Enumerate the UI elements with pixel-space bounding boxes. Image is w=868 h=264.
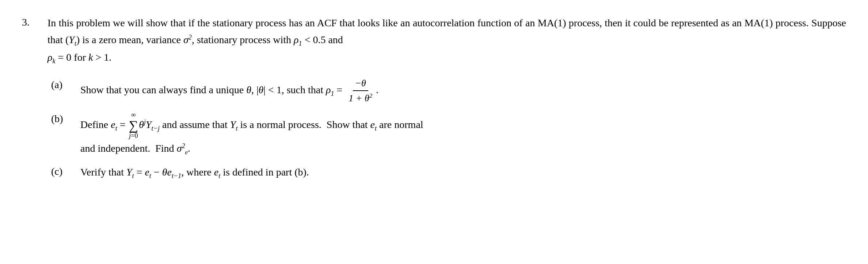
fraction-rho1: −θ 1 + θ2: [346, 77, 374, 104]
problem-container: 3. In this problem we will show that if …: [22, 15, 846, 181]
part-a-content: Show that you can always find a unique θ…: [80, 77, 846, 104]
sum-notation: ∞ ∑ j=0: [129, 111, 138, 140]
part-b-content: Define et = ∞ ∑ j=0 θjYt−j and assume th…: [80, 111, 846, 157]
part-b-label: (b): [51, 111, 80, 127]
problem-header: 3. In this problem we will show that if …: [22, 15, 846, 66]
part-c-label: (c): [51, 164, 80, 179]
problem-number: 3.: [22, 15, 47, 30]
problem-text: In this problem we will show that if the…: [47, 15, 846, 66]
part-b-line2: and independent. Find σ2e.: [80, 140, 846, 157]
part-b: (b) Define et = ∞ ∑ j=0 θjYt−j and assum…: [51, 111, 846, 157]
parts-container: (a) Show that you can always find a uniq…: [51, 77, 846, 181]
part-a-label: (a): [51, 77, 80, 93]
part-b-line1: Define et = ∞ ∑ j=0 θjYt−j and assume th…: [80, 111, 846, 140]
part-a: (a) Show that you can always find a uniq…: [51, 77, 846, 104]
part-c-content: Verify that Yt = et − θet−1, where et is…: [80, 164, 846, 181]
part-c: (c) Verify that Yt = et − θet−1, where e…: [51, 164, 846, 181]
